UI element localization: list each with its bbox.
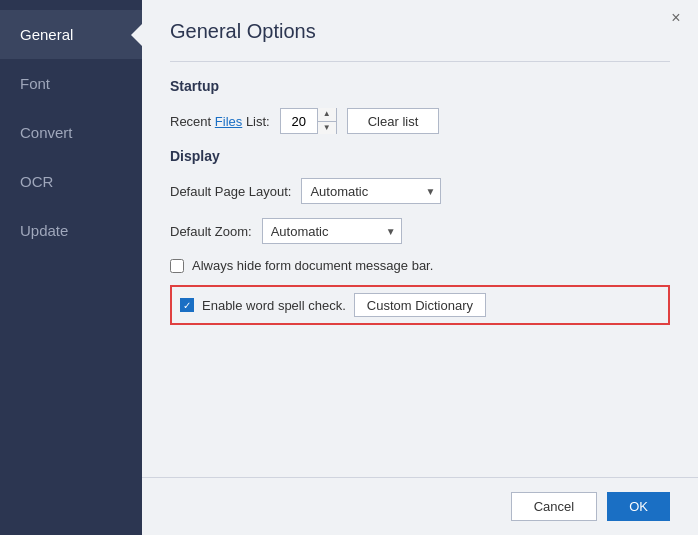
- sidebar-item-label: Update: [20, 222, 68, 239]
- page-layout-select[interactable]: Automatic Single Page Continuous Facing: [301, 178, 441, 204]
- spinner-up-button[interactable]: ▲: [318, 108, 336, 122]
- startup-section-title: Startup: [170, 78, 670, 94]
- dialog-footer: Cancel OK: [142, 477, 698, 535]
- sidebar-item-label: Font: [20, 75, 50, 92]
- zoom-row: Default Zoom: Automatic Fit Page Fit Wid…: [170, 218, 670, 244]
- hide-form-row: Always hide form document message bar.: [170, 258, 670, 273]
- sidebar-item-label: General: [20, 26, 73, 43]
- clear-list-button[interactable]: Clear list: [347, 108, 440, 134]
- zoom-label: Default Zoom:: [170, 224, 252, 239]
- content-area: General Options Startup Recent Files Lis…: [142, 0, 698, 477]
- main-panel: × General Options Startup Recent Files L…: [142, 0, 698, 535]
- spell-check-label: Enable word spell check.: [202, 298, 346, 313]
- sidebar-item-general[interactable]: General: [0, 10, 142, 59]
- display-section-title: Display: [170, 148, 670, 164]
- ok-button[interactable]: OK: [607, 492, 670, 521]
- page-title: General Options: [170, 20, 670, 43]
- page-layout-label: Default Page Layout:: [170, 184, 291, 199]
- spell-check-row: Enable word spell check. Custom Dictiona…: [170, 285, 670, 325]
- sidebar-item-label: Convert: [20, 124, 73, 141]
- close-button[interactable]: ×: [666, 8, 686, 28]
- sidebar-item-label: OCR: [20, 173, 53, 190]
- cancel-button[interactable]: Cancel: [511, 492, 597, 521]
- recent-files-label: Recent Files List:: [170, 114, 270, 129]
- sidebar: General Font Convert OCR Update: [0, 0, 142, 535]
- zoom-select-wrap: Automatic Fit Page Fit Width 50% 75% 100…: [262, 218, 402, 244]
- zoom-select[interactable]: Automatic Fit Page Fit Width 50% 75% 100…: [262, 218, 402, 244]
- hide-form-checkbox[interactable]: [170, 259, 184, 273]
- recent-files-spinner: ▲ ▼: [280, 108, 337, 134]
- dialog: General Font Convert OCR Update × Genera…: [0, 0, 698, 535]
- sidebar-item-convert[interactable]: Convert: [0, 108, 142, 157]
- divider: [170, 61, 670, 62]
- custom-dictionary-button[interactable]: Custom Dictionary: [354, 293, 486, 317]
- spell-check-checkbox[interactable]: [180, 298, 194, 312]
- spinner-arrows: ▲ ▼: [317, 108, 336, 134]
- hide-form-label: Always hide form document message bar.: [192, 258, 433, 273]
- spinner-down-button[interactable]: ▼: [318, 122, 336, 135]
- sidebar-item-font[interactable]: Font: [0, 59, 142, 108]
- sidebar-item-update[interactable]: Update: [0, 206, 142, 255]
- recent-files-link: Files: [215, 114, 242, 129]
- page-layout-select-wrap: Automatic Single Page Continuous Facing …: [301, 178, 441, 204]
- page-layout-row: Default Page Layout: Automatic Single Pa…: [170, 178, 670, 204]
- recent-files-row: Recent Files List: ▲ ▼ Clear list: [170, 108, 670, 134]
- sidebar-item-ocr[interactable]: OCR: [0, 157, 142, 206]
- recent-files-input[interactable]: [281, 114, 317, 129]
